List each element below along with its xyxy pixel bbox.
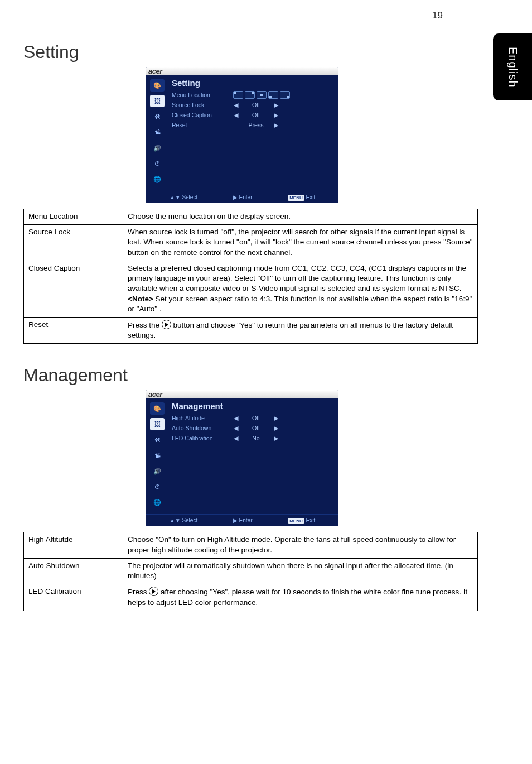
osd-exit-hint: MENU Exit bbox=[288, 517, 315, 523]
arrow-right-icon: ▶ bbox=[272, 435, 280, 441]
text: Set your screen aspect ratio to 4:3. Thi… bbox=[128, 295, 472, 313]
osd-row-source-lock: Source Lock ◀ Off ▶ bbox=[172, 100, 333, 110]
cell-key: Closed Caption bbox=[24, 261, 123, 317]
picture-icon: 🖼 bbox=[150, 95, 165, 107]
acer-logo: acer bbox=[148, 67, 162, 75]
palette-icon: 🎨 bbox=[150, 402, 165, 415]
text: button and choose "Yes" to return the pa… bbox=[128, 321, 453, 339]
osd-bottom-bar: ▲▼ Select ▶ Enter MENU Exit bbox=[146, 191, 338, 203]
text: Selects a preferred closed captioning mo… bbox=[128, 264, 466, 292]
cell-val: Choose the menu location on the display … bbox=[123, 209, 478, 225]
table-row: Reset Press the button and choose "Yes" … bbox=[24, 317, 478, 343]
audio-icon: 🔊 bbox=[150, 465, 165, 477]
osd-select-hint: ▲▼ Select bbox=[170, 517, 197, 523]
exit-text: Exit bbox=[306, 517, 316, 523]
menu-pill: MENU bbox=[288, 518, 304, 524]
cell-val: The projector will automatically shutdow… bbox=[123, 558, 478, 584]
osd-value: No bbox=[240, 435, 272, 441]
cell-val: Selects a preferred closed captioning mo… bbox=[123, 261, 478, 317]
osd-main: Management High Altitude ◀ Off ▶ Auto Sh… bbox=[168, 398, 338, 514]
cell-val: When source lock is turned "off", the pr… bbox=[123, 225, 478, 261]
cell-key: Menu Location bbox=[24, 209, 123, 225]
osd-icon-column: 🎨 🖼 🛠 📽 🔊 ⏱ 🌐 bbox=[146, 75, 168, 191]
loc-tl-icon bbox=[233, 91, 243, 99]
arrow-right-icon: ▶ bbox=[272, 415, 280, 421]
arrow-right-icon: ▶ bbox=[272, 122, 280, 128]
text: after choosing "Yes", please wait for 10… bbox=[128, 588, 467, 606]
loc-tr-icon bbox=[245, 91, 255, 99]
osd-value: Off bbox=[240, 112, 272, 118]
arrow-left-icon: ◀ bbox=[232, 102, 240, 108]
table-row: Auto Shutdown The projector will automat… bbox=[24, 558, 478, 584]
cell-key: High Altitutde bbox=[24, 532, 123, 558]
arrow-left-icon: ◀ bbox=[232, 435, 240, 441]
osd-enter-hint: ▶ Enter bbox=[233, 517, 253, 523]
palette-icon: 🎨 bbox=[150, 79, 165, 92]
osd-label: High Altitude bbox=[172, 415, 232, 421]
text: Press the bbox=[128, 321, 162, 329]
osd-label: Source Lock bbox=[172, 102, 232, 108]
osd-top-bar: acer bbox=[146, 67, 338, 75]
language-tab: English bbox=[493, 33, 532, 100]
osd-icon-column: 🎨 🖼 🛠 📽 🔊 ⏱ 🌐 bbox=[146, 398, 168, 514]
loc-br-icon bbox=[280, 91, 290, 99]
arrow-left-icon: ◀ bbox=[232, 112, 240, 118]
acer-logo: acer bbox=[148, 390, 162, 398]
osd-row-high-altitude: High Altitude ◀ Off ▶ bbox=[172, 413, 333, 423]
table-row: Closed Caption Selects a preferred close… bbox=[24, 261, 478, 317]
osd-body: 🎨 🖼 🛠 📽 🔊 ⏱ 🌐 Management High Altitude ◀… bbox=[146, 398, 338, 514]
osd-enter-hint: ▶ Enter bbox=[233, 194, 253, 200]
osd-value: Off bbox=[240, 425, 272, 431]
osd-setting-screenshot: acer 🎨 🖼 🛠 📽 🔊 ⏱ 🌐 Setting Menu Location bbox=[146, 67, 338, 203]
cell-key: Source Lock bbox=[24, 225, 123, 261]
management-table: High Altitutde Choose "On" to turn on Hi… bbox=[23, 532, 478, 611]
osd-management-screenshot: acer 🎨 🖼 🛠 📽 🔊 ⏱ 🌐 Management High Altit… bbox=[146, 390, 338, 526]
table-row: Menu Location Choose the menu location o… bbox=[24, 209, 478, 225]
tools-icon: 🛠 bbox=[150, 110, 165, 123]
cell-key: Auto Shutdown bbox=[24, 558, 123, 584]
osd-value: Off bbox=[240, 102, 272, 108]
table-row: LED Calibration Press after choosing "Ye… bbox=[24, 584, 478, 611]
osd-row-led-calibration: LED Calibration ◀ No ▶ bbox=[172, 433, 333, 443]
osd-row-closed-caption: Closed Caption ◀ Off ▶ bbox=[172, 110, 333, 120]
table-row: Source Lock When source lock is turned "… bbox=[24, 225, 478, 261]
audio-icon: 🔊 bbox=[150, 142, 165, 154]
osd-bottom-bar: ▲▼ Select ▶ Enter MENU Exit bbox=[146, 514, 338, 526]
language-icon: 🌐 bbox=[150, 173, 165, 185]
arrow-left-icon: ◀ bbox=[232, 415, 240, 421]
tools-icon: 🛠 bbox=[150, 434, 165, 446]
exit-text: Exit bbox=[306, 194, 316, 200]
arrow-right-circle-icon bbox=[149, 587, 158, 596]
timer-icon: ⏱ bbox=[150, 480, 165, 493]
osd-label: Closed Caption bbox=[172, 112, 232, 118]
osd-main: Setting Menu Location Source Lock ◀ Off bbox=[168, 75, 338, 191]
cell-val: Press the button and choose "Yes" to ret… bbox=[123, 317, 478, 343]
section-title-setting: Setting bbox=[23, 42, 457, 63]
arrow-right-icon: ▶ bbox=[272, 112, 280, 118]
page-number: 19 bbox=[432, 10, 443, 21]
arrow-right-circle-icon bbox=[162, 320, 171, 329]
text: When source lock is turned "off", the pr… bbox=[128, 228, 473, 256]
cell-val: Choose "On" to turn on High Altitude mod… bbox=[123, 532, 478, 558]
cell-key: LED Calibration bbox=[24, 584, 123, 611]
menu-pill: MENU bbox=[288, 195, 304, 201]
table-row: High Altitutde Choose "On" to turn on Hi… bbox=[24, 532, 478, 558]
osd-select-hint: ▲▼ Select bbox=[170, 194, 197, 200]
loc-bl-icon bbox=[268, 91, 278, 99]
osd-row-auto-shutdown: Auto Shutdown ◀ Off ▶ bbox=[172, 423, 333, 433]
osd-row-reset: Reset Press ▶ bbox=[172, 120, 333, 130]
cell-key: Reset bbox=[24, 317, 123, 343]
osd-title: Management bbox=[172, 401, 333, 411]
cell-val: Press after choosing "Yes", please wait … bbox=[123, 584, 478, 611]
arrow-left-icon: ◀ bbox=[232, 425, 240, 431]
osd-row-menu-location: Menu Location bbox=[172, 90, 333, 100]
arrow-right-icon: ▶ bbox=[272, 425, 280, 431]
language-tab-label: English bbox=[506, 47, 519, 88]
arrow-right-icon: ▶ bbox=[272, 102, 280, 108]
osd-body: 🎨 🖼 🛠 📽 🔊 ⏱ 🌐 Setting Menu Location bbox=[146, 75, 338, 191]
osd-top-bar: acer bbox=[146, 390, 338, 398]
language-icon: 🌐 bbox=[150, 496, 165, 508]
menu-location-icons bbox=[232, 91, 290, 99]
timer-icon: ⏱ bbox=[150, 157, 165, 170]
osd-value: Press bbox=[240, 122, 272, 128]
